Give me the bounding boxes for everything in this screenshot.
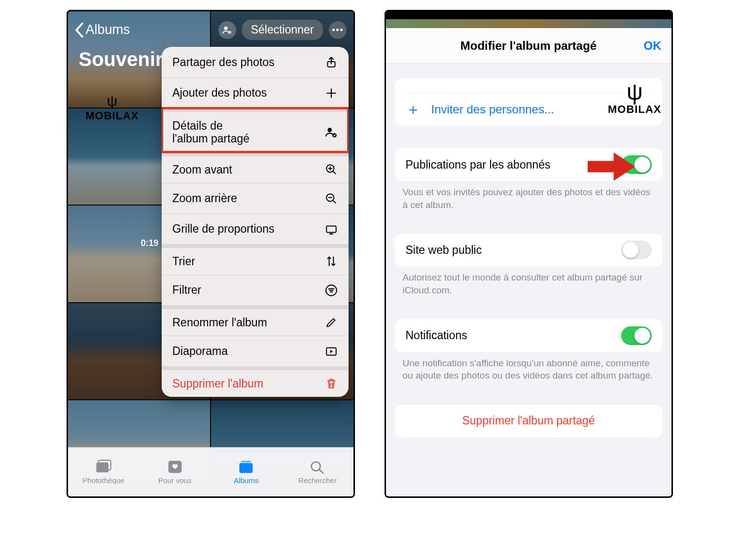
video-duration: 0:19 [141, 238, 159, 248]
back-label: Albums [86, 22, 130, 37]
trash-icon [325, 377, 338, 390]
menu-delete-album[interactable]: Supprimer l'album [162, 366, 349, 397]
menu-aspect-grid[interactable]: Grille de proportions [162, 213, 349, 244]
public-website-hint: Autorisez tout le monde à consulter cet … [386, 266, 671, 296]
zoom-in-icon [325, 163, 338, 176]
nav-bar: Albums Sélectionner [68, 16, 353, 43]
svg-rect-7 [326, 226, 336, 232]
tab-search[interactable]: Rechercher [282, 448, 353, 496]
menu-filter[interactable]: Filtrer [162, 275, 349, 305]
public-website-toggle[interactable] [621, 241, 652, 259]
tab-library[interactable]: Photothèque [68, 448, 140, 496]
notifications-row[interactable]: Notifications [395, 319, 663, 352]
tab-for-you[interactable]: Pour vous [139, 448, 211, 496]
ok-button[interactable]: OK [644, 39, 662, 53]
zoom-out-icon [325, 192, 338, 205]
svg-rect-14 [241, 461, 251, 462]
album-title: Souvenir [79, 48, 163, 70]
menu-details-line1: Détails de [173, 119, 223, 132]
filter-icon [325, 284, 338, 297]
public-website-row[interactable]: Site web public [395, 234, 663, 266]
invite-label: Inviter des personnes... [431, 103, 554, 116]
tab-bar: Photothèque Pour vous Albums Rechercher [68, 447, 353, 496]
more-button[interactable] [329, 21, 347, 39]
svg-point-0 [224, 26, 227, 30]
menu-zoom-out[interactable]: Zoom arrière [162, 183, 349, 213]
subscriber-posting-toggle[interactable] [621, 155, 652, 174]
slideshow-icon [325, 345, 338, 358]
delete-section: Supprimer l'album partagé [395, 405, 663, 437]
svg-point-3 [327, 128, 332, 132]
notifications-section: Notifications [395, 319, 663, 352]
menu-sort[interactable]: Trier [162, 244, 349, 275]
menu-shared-album-details[interactable]: Détails de l'album partagé [162, 108, 349, 152]
menu-details-line2: l'album partagé [173, 132, 250, 145]
menu-slideshow[interactable]: Diaporama [162, 336, 349, 366]
menu-zoom-in[interactable]: Zoom avant [162, 152, 349, 183]
tab-albums[interactable]: Albums [211, 448, 282, 496]
shared-album-icon[interactable] [218, 21, 236, 39]
subscriber-posting-section: Publications par les abonnés [395, 148, 663, 181]
screenshot-left: Albums Sélectionner Souvenir ψ MOBILAX 0… [67, 10, 355, 498]
sort-icon [325, 255, 338, 268]
previous-row-crumb [406, 78, 652, 93]
shared-album-icon [325, 126, 338, 139]
notifications-hint: Une notification s'affiche lorsqu'un abo… [386, 352, 671, 382]
subscriber-posting-label: Publications par les abonnés [406, 158, 551, 172]
delete-label: Supprimer l'album partagé [462, 414, 595, 427]
notifications-label: Notifications [406, 329, 467, 342]
sheet-title: Modifier l'album partagé [460, 39, 597, 53]
share-icon [325, 56, 338, 69]
select-button[interactable]: Sélectionner [242, 20, 323, 40]
plus-icon [325, 87, 338, 100]
back-button[interactable]: Albums [75, 22, 130, 37]
pencil-icon [325, 316, 338, 329]
invite-section: ＋ Inviter des personnes... [395, 78, 663, 126]
public-website-section: Site web public [395, 234, 663, 266]
background-peek [386, 19, 671, 28]
screenshot-right: Modifier l'album partagé OK ＋ Inviter de… [385, 10, 673, 498]
chevron-left-icon [75, 23, 84, 37]
sheet-header: Modifier l'album partagé OK [386, 28, 671, 64]
menu-add-photos[interactable]: Ajouter des photos [162, 77, 349, 108]
aspect-icon [325, 223, 338, 236]
public-website-label: Site web public [406, 244, 482, 257]
plus-icon: ＋ [406, 100, 421, 120]
search-icon [309, 459, 326, 474]
albums-icon [237, 459, 255, 474]
svg-rect-13 [240, 463, 253, 473]
library-icon [95, 459, 112, 474]
subscriber-posting-hint: Vous et vos invités pouvez ajouter des p… [386, 181, 671, 211]
context-menu: Partager des photos Ajouter des photos D… [162, 47, 349, 397]
subscriber-posting-row[interactable]: Publications par les abonnés [395, 148, 663, 181]
heart-square-icon [166, 459, 184, 474]
menu-rename-album[interactable]: Renommer l'album [162, 305, 349, 336]
notifications-toggle[interactable] [621, 326, 652, 345]
menu-share-photos[interactable]: Partager des photos [162, 47, 349, 77]
invite-people-button[interactable]: ＋ Inviter des personnes... [395, 93, 663, 126]
delete-shared-album-button[interactable]: Supprimer l'album partagé [395, 405, 663, 437]
status-bar [386, 11, 671, 19]
